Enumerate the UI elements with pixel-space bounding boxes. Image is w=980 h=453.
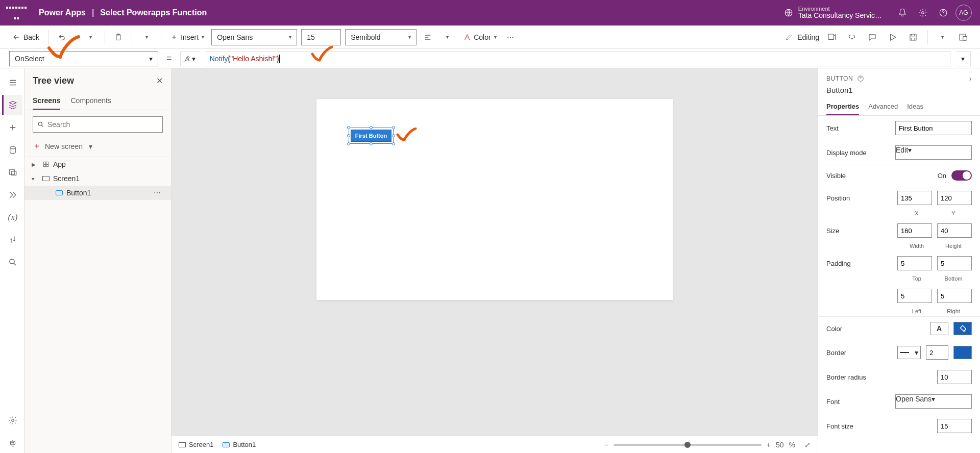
rail-settings[interactable] [2, 410, 22, 431]
app-launcher-icon[interactable] [6, 3, 27, 23]
breadcrumb-screen[interactable]: Screen1 [179, 441, 213, 448]
canvas-area: First Button Screen1 Button1 [172, 68, 818, 453]
button-icon [55, 189, 63, 197]
new-screen-label: New screen [45, 142, 83, 150]
formula-bar: OnSelect ▾ = 𝑓x▾ Notify("Hello Ashish!")… [0, 49, 980, 68]
padding-right-input[interactable] [937, 289, 972, 303]
font-select[interactable]: Open Sans▾ [895, 394, 972, 409]
design-canvas[interactable]: First Button [316, 99, 673, 300]
rail-virtual-agent[interactable] [2, 433, 22, 453]
tree-search[interactable] [33, 116, 163, 133]
user-avatar[interactable]: AG [953, 3, 974, 23]
fontsize-prop-label: Font size [826, 422, 932, 430]
tab-components[interactable]: Components [70, 92, 111, 110]
editing-mode[interactable]: Editing [785, 33, 819, 41]
rail-hamburger[interactable] [2, 72, 22, 93]
settings-icon[interactable] [913, 3, 933, 23]
text-input[interactable] [895, 121, 972, 135]
color-button[interactable]: Color ▾ [459, 31, 499, 43]
rail-tree-view[interactable] [2, 95, 22, 115]
border-color-swatch[interactable] [953, 346, 972, 359]
tab-ideas[interactable]: Ideas [907, 98, 923, 115]
tab-advanced[interactable]: Advanced [868, 98, 898, 115]
rail-variables[interactable]: (x) [2, 207, 22, 228]
preview-button[interactable] [885, 33, 901, 42]
save-button[interactable] [905, 33, 921, 42]
paste-button[interactable] [111, 31, 126, 43]
tree-search-input[interactable] [47, 120, 158, 129]
fit-screen[interactable]: ⤢ [804, 441, 811, 449]
rail-insert[interactable] [2, 117, 22, 138]
share-button[interactable] [823, 33, 840, 42]
tree-view-panel: Tree view ✕ Screens Components ＋ New scr… [24, 68, 172, 453]
fontsize-input[interactable] [937, 419, 972, 433]
rail-tools[interactable] [2, 230, 22, 250]
expand-formula[interactable]: ▾ [955, 51, 971, 66]
undo-dropdown[interactable]: ▾ [82, 34, 99, 40]
position-y-input[interactable] [937, 191, 972, 205]
breadcrumb-screen-label: Screen1 [189, 441, 213, 448]
tab-properties[interactable]: Properties [826, 98, 859, 115]
new-screen-button[interactable]: ＋ New screen ▾ [24, 139, 171, 157]
property-value: OnSelect [15, 55, 44, 63]
checker-button[interactable] [844, 33, 860, 42]
tree-item-more[interactable]: ⋯ [154, 189, 165, 197]
border-width-input[interactable] [926, 345, 948, 360]
zoom-in[interactable]: + [767, 441, 771, 449]
comments-button[interactable] [864, 33, 880, 42]
padding-bottom-input[interactable] [937, 256, 972, 270]
font-weight-select[interactable]: Semibold ▾ [345, 29, 416, 45]
radius-input[interactable] [937, 370, 972, 384]
panel-expand[interactable]: › [969, 74, 972, 83]
environment-picker[interactable]: Environment Tata Consultancy Servic… [784, 6, 882, 19]
border-style-select[interactable]: ▾ [897, 346, 921, 359]
fill-color-swatch[interactable] [953, 322, 972, 335]
rail-data[interactable] [2, 140, 22, 160]
display-mode-select[interactable]: Edit▾ [895, 145, 972, 160]
help-icon[interactable] [933, 3, 953, 23]
rail-power-automate[interactable] [2, 185, 22, 205]
font-size-input[interactable]: 15 [301, 29, 341, 45]
back-button[interactable]: Back [9, 31, 42, 43]
radius-label: Border radius [826, 373, 932, 381]
publish-button[interactable] [954, 33, 971, 42]
sub-bottom: Bottom [935, 275, 972, 282]
svg-point-1 [922, 12, 924, 14]
size-w-input[interactable] [897, 223, 932, 238]
paste-dropdown[interactable]: ▾ [138, 34, 155, 40]
padding-left-input[interactable] [897, 289, 932, 303]
zoom-slider[interactable] [614, 444, 762, 446]
insert-button[interactable]: Insert ▾ [167, 31, 207, 43]
text-color-swatch[interactable]: A [930, 322, 948, 335]
color-prop-label: Color [826, 325, 925, 333]
visible-toggle[interactable] [951, 170, 972, 181]
font-family-select[interactable]: Open Sans ▾ [211, 29, 297, 45]
help-icon[interactable] [857, 75, 864, 82]
screen-icon [42, 174, 50, 183]
notifications-icon[interactable] [892, 3, 913, 23]
rail-search[interactable] [2, 252, 22, 272]
rail-media[interactable] [2, 162, 22, 183]
size-h-input[interactable] [937, 223, 972, 238]
property-select[interactable]: OnSelect ▾ [9, 51, 158, 66]
breadcrumb-button[interactable]: Button1 [223, 441, 256, 448]
text-label: Text [826, 124, 890, 132]
zoom-out[interactable]: − [604, 441, 608, 449]
tree-button-label: Button1 [66, 189, 91, 197]
font-weight-value: Semibold [351, 33, 380, 41]
tree-item-app[interactable]: ▶ App [24, 157, 171, 171]
tree-app-label: App [53, 160, 66, 168]
annotation-check-button [396, 128, 418, 143]
position-x-input[interactable] [897, 191, 932, 205]
padding-top-input[interactable] [897, 256, 932, 270]
close-tree-icon[interactable]: ✕ [156, 76, 163, 86]
align-button[interactable] [421, 31, 435, 43]
align-dropdown[interactable]: ▾ [439, 34, 455, 40]
canvas-footer: Screen1 Button1 − + 50 % ⤢ [172, 436, 818, 453]
save-dropdown[interactable]: ▾ [934, 34, 950, 40]
tree-item-button1[interactable]: Button1 ⋯ [24, 186, 171, 200]
tree-item-screen1[interactable]: ▾ Screen1 [24, 171, 171, 186]
selection-handles[interactable] [349, 128, 394, 144]
more-commands[interactable]: ⋯ [504, 31, 518, 43]
tab-screens[interactable]: Screens [33, 92, 60, 110]
